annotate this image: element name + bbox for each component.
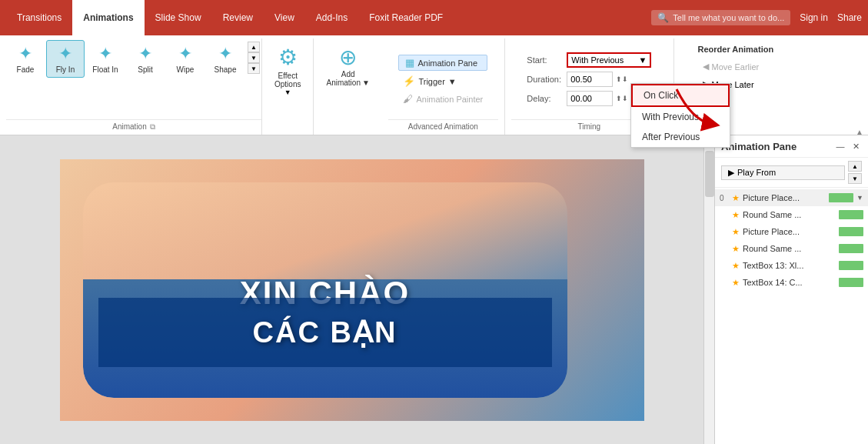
reorder-title: Reorder Animation <box>698 45 774 54</box>
anim-bar-5 <box>839 278 863 287</box>
animation-scroll-arrows: ▲ ▼ ▼ <box>246 40 261 75</box>
add-animation-label2: Animation <box>326 78 360 87</box>
scroll-up-arrow[interactable]: ▲ <box>248 42 260 52</box>
start-value: With Previous <box>571 55 624 65</box>
trigger-btn[interactable]: ⚡ Trigger ▼ <box>398 74 487 88</box>
anim-star-4: ★ <box>732 261 740 271</box>
effect-options-btn[interactable]: ⚙ Effect Options ▼ <box>268 40 307 101</box>
tab-animations[interactable]: Animations <box>72 0 144 35</box>
pane-minimize-btn[interactable]: — <box>834 140 846 152</box>
pane-arrow-up[interactable]: ▲ <box>848 161 862 172</box>
tab-transitions[interactable]: Transitions <box>6 0 72 35</box>
anim-bar-3 <box>839 244 863 253</box>
anim-name-3: Round Same ... <box>743 244 836 253</box>
anim-name-5: TextBox 14: C... <box>743 278 836 287</box>
search-icon: 🔍 <box>657 12 669 23</box>
floatin-icon: ✦ <box>98 44 112 64</box>
pane-icon: ▦ <box>405 57 414 68</box>
animation-pane: Animation Pane — ✕ ▶ Play From ▲ ▼ 0 ★ P… <box>714 135 868 444</box>
anim-item-1[interactable]: ★ Round Same ... <box>715 206 868 223</box>
duration-spinner[interactable]: ⬆⬇ <box>616 75 628 83</box>
add-animation-btn[interactable]: ⊕ Add Animation ▼ <box>320 40 375 90</box>
effect-options-arrow: ▼ <box>284 88 291 96</box>
dropdown-after-previous[interactable]: After Previous <box>631 127 730 147</box>
duration-label: Duration: <box>527 75 564 84</box>
main-area: XIN CHÀO CÁC BẠN Animation Pane — ✕ ▶ Pl… <box>0 135 868 444</box>
move-earlier-label: Move Earlier <box>712 62 760 72</box>
dropdown-with-previous[interactable]: With Previous <box>631 107 730 127</box>
start-arrow: ▼ <box>638 55 647 65</box>
flyin-label: Fly In <box>56 65 75 74</box>
effect-options-group: ⚙ Effect Options ▼ - <box>262 38 314 135</box>
anim-num-0: 0 <box>720 194 729 202</box>
card-dark-box: CÁC BẠN <box>98 298 552 367</box>
dropdown-on-click[interactable]: On Click <box>631 84 730 107</box>
fade-label: Fade <box>17 65 35 74</box>
animation-painter-label: Animation Painter <box>416 95 483 104</box>
tab-addins[interactable]: Add-Ins <box>305 0 358 35</box>
delay-input[interactable] <box>567 91 613 106</box>
slide-scroll-thumb[interactable] <box>705 151 714 197</box>
pane-arrow-down[interactable]: ▼ <box>848 173 862 184</box>
search-bar[interactable]: 🔍 Tell me what you want to do... <box>651 10 790 25</box>
floatin-label: Float In <box>92 65 118 74</box>
scroll-down-arrow[interactable]: ▼ <box>248 52 260 63</box>
advanced-anim-group-label: Advanced Animation <box>388 119 498 133</box>
add-animation-icon: ⊕ <box>339 45 357 70</box>
anim-btn-fade[interactable]: ✦ Fade <box>6 41 45 77</box>
anim-bar-2 <box>839 227 863 236</box>
split-label: Split <box>138 65 152 74</box>
start-select[interactable]: With Previous ▼ <box>567 52 651 68</box>
shape-icon: ✦ <box>218 44 232 64</box>
anim-bar-0 <box>829 193 853 202</box>
anim-btn-split[interactable]: ✦ Split <box>126 41 165 77</box>
sign-in-link[interactable]: Sign in <box>800 12 828 23</box>
play-from-label: Play From <box>737 168 776 177</box>
delay-spinner[interactable]: ⬆⬇ <box>616 95 628 102</box>
anim-item-0[interactable]: 0 ★ Picture Place... ▼ <box>715 189 868 206</box>
anim-item-2[interactable]: ★ Picture Place... <box>715 223 868 240</box>
anim-btn-shape[interactable]: ✦ Shape <box>206 41 244 77</box>
pane-arrow-btns: ▲ ▼ <box>848 161 862 184</box>
animation-pane-btn[interactable]: ▦ Animation Pane <box>398 55 487 71</box>
menu-tabs: Transitions Animations Slide Show Review… <box>6 0 454 35</box>
animation-painter-btn[interactable]: 🖌 Animation Painter <box>398 92 487 106</box>
start-label: Start: <box>527 55 564 65</box>
slide-canvas: XIN CHÀO CÁC BẠN <box>60 159 644 421</box>
anim-btn-wipe[interactable]: ✦ Wipe <box>166 41 205 77</box>
animation-items: ✦ Fade ✦ Fly In ✦ Float In ✦ Split ✦ W <box>6 40 261 118</box>
anim-name-4: TextBox 13: Xl... <box>743 261 836 270</box>
pane-close-btn[interactable]: ✕ <box>850 140 862 152</box>
tab-review[interactable]: Review <box>212 0 264 35</box>
anim-pane-header: Animation Pane — ✕ <box>715 135 868 158</box>
anim-btn-floatin[interactable]: ✦ Float In <box>86 41 125 77</box>
anim-dropdown-0[interactable]: ▼ <box>856 194 863 202</box>
move-earlier-btn[interactable]: ◀ Move Earlier <box>698 60 774 73</box>
anim-star-1: ★ <box>732 210 740 220</box>
effect-options-label: Effect <box>278 72 298 80</box>
tab-foxit[interactable]: Foxit Reader PDF <box>358 0 454 35</box>
shape-label: Shape <box>215 65 237 74</box>
share-button[interactable]: Share <box>837 12 862 23</box>
anim-star-5: ★ <box>732 278 740 288</box>
play-from-btn[interactable]: ▶ Play From <box>721 165 845 180</box>
trigger-label: Trigger <box>418 77 444 86</box>
anim-item-3[interactable]: ★ Round Same ... <box>715 240 868 257</box>
anim-bar-1 <box>839 210 863 219</box>
trigger-arrow: ▼ <box>448 77 457 86</box>
anim-name-2: Picture Place... <box>743 227 836 236</box>
animation-group-expand[interactable]: ⧉ <box>150 122 155 132</box>
scroll-more-arrow[interactable]: ▼ <box>248 63 260 74</box>
tab-slideshow[interactable]: Slide Show <box>145 0 212 35</box>
anim-item-5[interactable]: ★ TextBox 14: C... <box>715 274 868 291</box>
start-dropdown-menu: On Click With Previous After Previous <box>630 83 730 148</box>
duration-input[interactable] <box>567 72 613 87</box>
anim-name-0: Picture Place... <box>743 193 826 202</box>
anim-item-4[interactable]: ★ TextBox 13: Xl... <box>715 257 868 274</box>
anim-list: 0 ★ Picture Place... ▼ ★ Round Same ... … <box>715 188 868 444</box>
ribbon-collapse-btn[interactable]: ▲ <box>853 126 866 138</box>
anim-btn-flyin[interactable]: ✦ Fly In <box>46 40 85 78</box>
add-animation-label: Add <box>341 70 355 78</box>
tab-view[interactable]: View <box>264 0 305 35</box>
slide-scrollbar[interactable] <box>703 135 714 444</box>
